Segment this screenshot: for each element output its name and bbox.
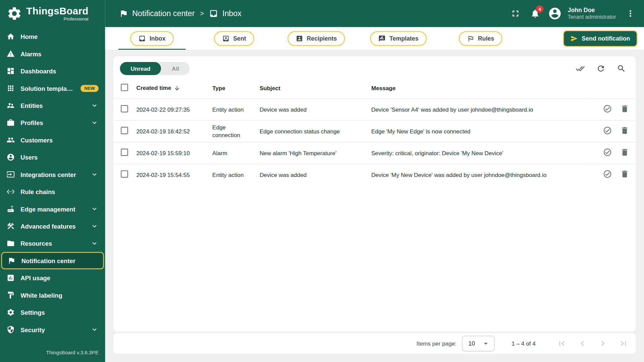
folder-icon [7,239,15,247]
inbox-card: Unread All [113,56,636,332]
ethernet-icon [7,188,15,196]
mark-all-as-read-button[interactable] [576,64,585,73]
chevron-down-icon [90,325,98,334]
app-version: ThingsBoard v.3.6.3PE [0,345,105,362]
delete-notification-button[interactable] [620,147,629,157]
sidebar-item-dashboards[interactable]: Dashboards [0,62,105,79]
items-per-page-value: 10 [468,340,475,347]
logo-subtitle: Professional [26,16,88,21]
sidebar-item-white-labeling[interactable]: White labeling [0,287,105,304]
home-icon [7,33,15,41]
items-per-page-select[interactable]: 10 [462,336,494,352]
tab-inbox[interactable]: Inbox [130,31,173,46]
sidebar-item-label: Settings [20,309,99,316]
breadcrumb-label: Inbox [222,9,241,18]
cell-subject: Edge connection status change [260,120,371,142]
sidebar-item-notification-center[interactable]: Notification center [1,252,104,269]
app-logo: ThingsBoard Professional [0,0,105,27]
previous-page-button[interactable] [578,339,587,348]
tab-label: Sent [233,35,246,42]
tab-label: Rules [478,35,494,42]
pagination-bar: Items per page: 10 1 – 4 of 4 [113,333,636,354]
tools-icon [7,222,15,230]
sidebar-item-label: Integrations center [20,171,85,178]
mark-as-read-button[interactable] [603,126,612,135]
row-checkbox[interactable] [121,148,128,156]
sidebar-item-customers[interactable]: Customers [0,131,105,148]
sidebar-item-label: Advanced features [20,223,85,230]
search-icon [617,64,626,73]
notifications-button[interactable]: 4 [527,5,544,22]
more-menu-button[interactable] [622,5,639,22]
delete-notification-button[interactable] [620,104,629,113]
cell-subject: New alarm 'High Temperature' [260,142,371,164]
inbox-icon [139,35,146,42]
user-avatar[interactable] [546,5,564,22]
tab-sent[interactable]: Sent [214,31,255,46]
dropdown-arrow-icon [482,340,490,348]
sidebar-item-edge-management[interactable]: Edge management [0,200,105,218]
read-filter-toggle: Unread All [120,62,190,75]
tab-rules[interactable]: Rules [459,31,502,46]
last-page-button[interactable] [619,339,628,348]
sidebar-item-settings[interactable]: Settings [0,304,105,321]
sidebar-item-alarms[interactable]: Alarms [0,45,105,62]
breadcrumb-label: Notification center [132,9,195,18]
tab-templates[interactable]: Templates [370,31,427,46]
delete-notification-button[interactable] [620,126,629,135]
refresh-button[interactable] [596,64,605,73]
sidebar-item-security[interactable]: Security [0,321,105,338]
table-row[interactable]: 2024-02-19 15:54:55Entity actionDevice w… [113,164,636,186]
sidebar-item-label: Edge management [20,205,85,213]
select-all-checkbox[interactable] [121,84,128,91]
sidebar-item-solution-templates[interactable]: Solution templatesNEW [0,80,105,97]
column-header-created-time[interactable]: Created time [137,77,213,99]
tab-cell: Inbox [111,27,193,50]
breadcrumb-notification-center[interactable]: Notification center [119,9,195,18]
sidebar-item-profiles[interactable]: Profiles [0,114,105,131]
notification-tabs-bar: InboxSentRecipientsTemplatesRules Send n… [105,27,644,50]
toolbar-actions [576,64,629,73]
user-role: Tenant administrator [568,14,616,21]
mark-as-read-button[interactable] [603,169,612,178]
sidebar-item-entities[interactable]: Entities [0,97,105,114]
search-button[interactable] [617,64,626,73]
chevron-down-icon [90,205,98,213]
table-row[interactable]: 2024-02-19 15:59:10AlarmNew alarm 'High … [113,142,636,164]
message-edit-icon [378,35,386,42]
trash-icon [620,104,629,113]
filter-all-option[interactable]: All [161,62,190,75]
sidebar-item-users[interactable]: Users [0,148,105,166]
sidebar-item-api-usage[interactable]: API usage [0,269,105,286]
sidebar-item-advanced-features[interactable]: Advanced features [0,218,105,235]
table-row[interactable]: 2024-02-22 09:27:35Entity actionDevice w… [113,99,636,120]
sidebar-item-label: API usage [20,275,99,282]
table-row[interactable]: 2024-02-19 16:42:52Edge connectionEdge c… [113,120,636,142]
fullscreen-button[interactable] [507,5,524,22]
row-checkbox[interactable] [121,127,128,134]
filter-unread-option[interactable]: Unread [120,62,161,75]
cell-type: Entity action [212,99,260,120]
sidebar-item-rule-chains[interactable]: Rule chains [0,183,105,200]
breadcrumb-inbox[interactable]: Inbox [209,9,241,18]
delete-notification-button[interactable] [620,169,629,178]
refresh-icon [596,64,605,73]
first-page-button[interactable] [557,339,567,348]
flag-icon [7,256,15,264]
gear-icon [7,308,15,316]
sidebar-item-home[interactable]: Home [0,28,105,45]
send-notification-button[interactable]: Send notification [563,30,637,47]
sidebar-item-integrations-center[interactable]: Integrations center [0,166,105,183]
sidebar-item-resources[interactable]: Resources [0,235,105,252]
pagination-nav [557,339,628,348]
mark-as-read-button[interactable] [603,147,612,157]
chevron-right-icon [598,339,608,348]
table-body: 2024-02-22 09:27:35Entity actionDevice w… [113,99,636,186]
column-header-actions [591,77,636,99]
next-page-button[interactable] [598,339,608,348]
tab-recipients[interactable]: Recipients [287,31,345,46]
row-checkbox[interactable] [121,170,128,178]
pagination-range: 1 – 4 of 4 [512,340,535,347]
row-checkbox[interactable] [121,105,128,112]
mark-as-read-button[interactable] [603,104,612,113]
